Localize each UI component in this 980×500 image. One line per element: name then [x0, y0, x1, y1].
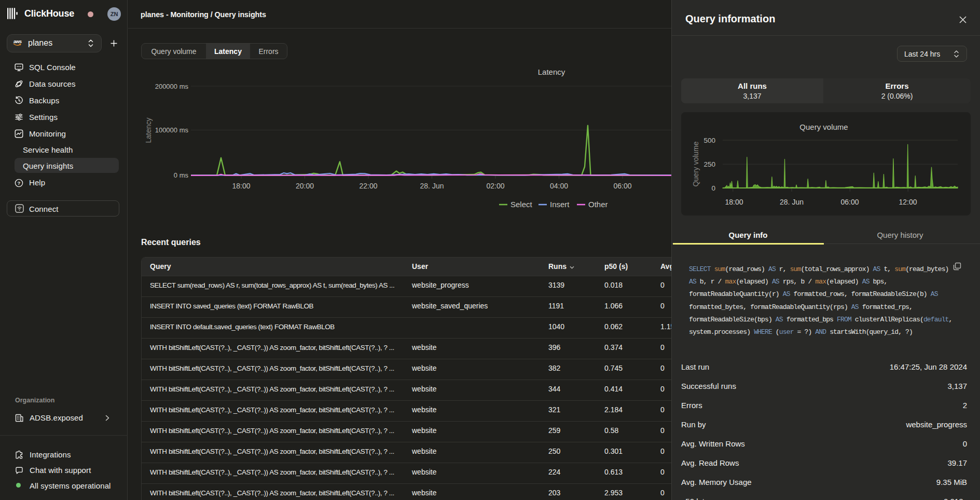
- svg-text:250: 250: [703, 160, 715, 168]
- svg-text:22:00: 22:00: [359, 182, 377, 190]
- svg-text:Other: Other: [588, 200, 608, 209]
- svg-text:18:00: 18:00: [232, 182, 250, 190]
- svg-text:06:00: 06:00: [840, 198, 859, 206]
- svg-text:Insert: Insert: [550, 200, 570, 209]
- svg-text:02:00: 02:00: [486, 182, 504, 190]
- svg-text:28. Jun: 28. Jun: [780, 198, 804, 206]
- svg-text:Query volume: Query volume: [692, 141, 700, 186]
- svg-text:?: ?: [18, 180, 21, 186]
- svg-text:06:00: 06:00: [613, 182, 631, 190]
- svg-text:28. Jun: 28. Jun: [420, 182, 444, 190]
- svg-text:Select: Select: [510, 200, 533, 209]
- svg-text:Latency: Latency: [144, 117, 153, 143]
- svg-text:04:00: 04:00: [550, 182, 568, 190]
- svg-text:20:00: 20:00: [296, 182, 314, 190]
- svg-text:100000 ms: 100000 ms: [155, 126, 189, 134]
- svg-text:500: 500: [703, 137, 715, 144]
- svg-text:0 ms: 0 ms: [174, 171, 189, 179]
- svg-text:0: 0: [711, 184, 715, 192]
- svg-text:12:00: 12:00: [899, 198, 917, 206]
- svg-text:18:00: 18:00: [725, 198, 743, 206]
- svg-text:Latency: Latency: [538, 67, 565, 76]
- svg-text:200000 ms: 200000 ms: [155, 83, 189, 90]
- svg-text:Query volume: Query volume: [799, 123, 848, 131]
